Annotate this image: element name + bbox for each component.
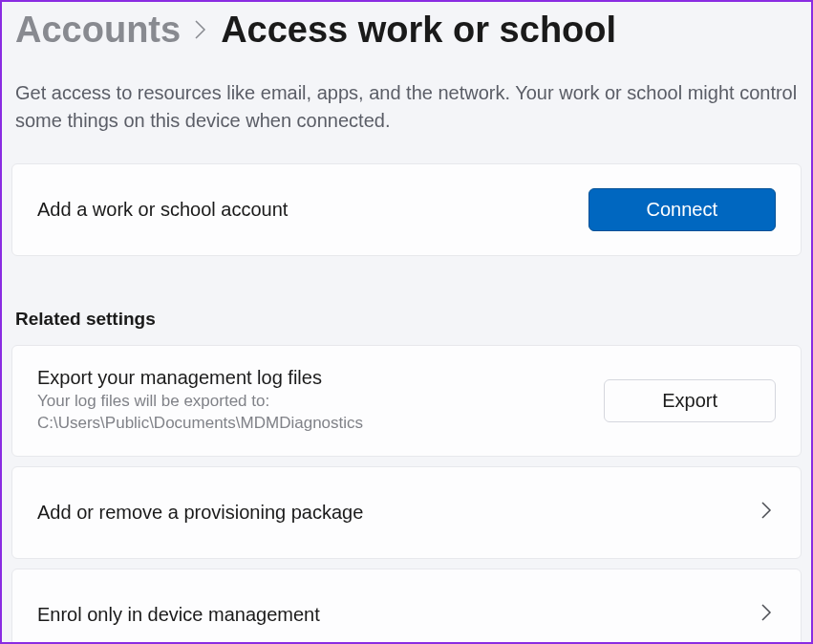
page-description: Get access to resources like email, apps… — [11, 60, 802, 163]
enrol-title: Enrol only in device management — [37, 604, 320, 626]
chevron-right-icon — [760, 603, 772, 627]
chevron-right-icon — [760, 501, 772, 525]
provisioning-package-link[interactable]: Add or remove a provisioning package — [11, 466, 802, 559]
add-account-title: Add a work or school account — [37, 199, 288, 221]
breadcrumb-parent[interactable]: Accounts — [15, 10, 181, 51]
breadcrumb-current: Access work or school — [221, 10, 616, 51]
export-logs-card: Export your management log files Your lo… — [11, 345, 802, 457]
enrol-device-management-link[interactable]: Enrol only in device management — [11, 569, 802, 644]
breadcrumb: Accounts Access work or school — [11, 2, 802, 60]
add-account-card: Add a work or school account Connect — [11, 163, 802, 256]
export-button[interactable]: Export — [604, 379, 776, 422]
related-settings-heading: Related settings — [11, 266, 802, 345]
provisioning-title: Add or remove a provisioning package — [37, 502, 363, 524]
export-logs-title: Export your management log files — [37, 367, 515, 389]
export-logs-subtitle: Your log files will be exported to: C:\U… — [37, 391, 515, 435]
connect-button[interactable]: Connect — [588, 188, 777, 231]
chevron-right-icon — [194, 19, 207, 46]
